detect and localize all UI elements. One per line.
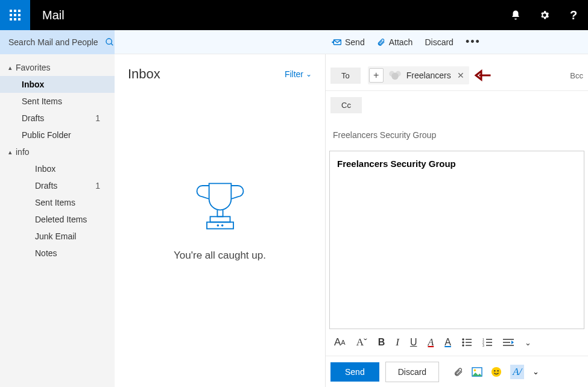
sidebar-favorite-drafts[interactable]: Drafts 1	[0, 110, 115, 127]
insert-emoji-button[interactable]	[491, 367, 502, 377]
svg-text:3: 3	[482, 344, 484, 347]
folder-title: Inbox	[128, 66, 160, 82]
group-avatar-icon	[387, 68, 403, 83]
to-button[interactable]: To	[330, 68, 361, 84]
formatting-toolbar: AA Aˇ B I U A A 123 ⌄	[326, 329, 588, 356]
svg-rect-12	[210, 216, 230, 222]
trophy-icon	[187, 172, 253, 239]
svg-rect-7	[14, 18, 16, 20]
svg-point-37	[494, 370, 495, 371]
help-button[interactable]: ?	[559, 0, 588, 30]
filter-button[interactable]: Filter ⌄	[285, 69, 312, 79]
svg-point-14	[217, 225, 218, 226]
compose-toolbar: Send Attach Discard •••	[326, 30, 588, 54]
italic-button[interactable]: I	[396, 336, 399, 348]
send-icon	[332, 38, 341, 46]
notifications-button[interactable]	[501, 0, 530, 30]
sidebar-folder-inbox[interactable]: Inbox	[0, 160, 115, 177]
attach-icon	[377, 37, 385, 47]
account-header[interactable]: ▴ info	[0, 143, 115, 160]
svg-rect-13	[207, 222, 233, 229]
sidebar-folder-deleted[interactable]: Deleted Items	[0, 211, 115, 228]
svg-point-21	[463, 342, 464, 343]
svg-rect-8	[18, 18, 21, 20]
chevron-down-icon: ⌄	[306, 70, 312, 78]
sidebar: ▴ Favorites Inbox Sent Items Drafts 1 Pu…	[0, 54, 115, 387]
svg-point-19	[463, 339, 464, 340]
search-input[interactable]: Search Mail and People	[0, 30, 115, 54]
svg-rect-5	[18, 14, 21, 16]
highlight-button[interactable]: A	[428, 337, 434, 348]
search-icon	[105, 37, 115, 47]
sidebar-folder-sent[interactable]: Sent Items	[0, 194, 115, 211]
svg-point-38	[498, 370, 499, 371]
chevron-up-icon: ▴	[8, 64, 12, 72]
empty-state: You're all caught up.	[128, 172, 312, 375]
bullet-list-button[interactable]	[462, 338, 472, 347]
sidebar-favorite-inbox[interactable]: Inbox	[0, 76, 115, 93]
compose-footer: Send Discard A/ ⌄	[326, 356, 588, 387]
svg-rect-0	[10, 10, 12, 12]
expand-group-button[interactable]: +	[369, 68, 384, 83]
remove-recipient-button[interactable]: ✕	[457, 71, 464, 80]
font-size-button[interactable]: AA	[334, 336, 346, 348]
more-actions-button[interactable]: •••	[466, 36, 481, 48]
subject-field[interactable]: Freelancers Security Group	[326, 119, 588, 151]
sidebar-folder-drafts[interactable]: Drafts 1	[0, 177, 115, 194]
decrease-indent-button[interactable]	[503, 338, 514, 347]
svg-line-10	[111, 43, 113, 45]
numbered-list-button[interactable]: 123	[482, 338, 492, 347]
sidebar-favorite-public[interactable]: Public Folder	[0, 127, 115, 143]
toolbar-discard-button[interactable]: Discard	[425, 37, 453, 47]
message-list-pane: Inbox Filter ⌄ You're all caught up.	[115, 54, 326, 387]
svg-rect-4	[14, 14, 16, 16]
sidebar-favorite-sent[interactable]: Sent Items	[0, 93, 115, 110]
more-formatting-button[interactable]: ⌄	[525, 338, 531, 347]
compose-pane: To + Freelancers ✕ Bcc Cc Freela	[326, 54, 588, 387]
annotation-arrow-icon	[474, 69, 491, 81]
top-bar: Mail ?	[0, 0, 588, 30]
recipient-chip[interactable]: + Freelancers ✕	[368, 66, 469, 84]
sidebar-folder-junk[interactable]: Junk Email	[0, 228, 115, 245]
svg-point-23	[463, 345, 464, 346]
bcc-button[interactable]: Bcc	[570, 71, 583, 80]
svg-point-18	[391, 72, 399, 80]
svg-rect-3	[10, 14, 12, 16]
svg-point-35	[474, 369, 476, 371]
toolbar-attach-button[interactable]: Attach	[377, 37, 413, 47]
discard-button[interactable]: Discard	[385, 362, 439, 382]
search-placeholder: Search Mail and People	[8, 37, 100, 47]
send-button[interactable]: Send	[330, 362, 379, 382]
message-body[interactable]: Freelancers Security Group	[329, 151, 584, 329]
svg-rect-2	[18, 10, 21, 12]
font-button[interactable]: Aˇ	[356, 336, 367, 348]
cc-button[interactable]: Cc	[330, 97, 362, 113]
font-color-button[interactable]: A	[444, 337, 451, 348]
svg-point-15	[221, 225, 223, 226]
svg-rect-1	[14, 10, 16, 12]
svg-rect-6	[10, 18, 12, 20]
app-title: Mail	[42, 8, 501, 22]
to-row: To + Freelancers ✕ Bcc	[326, 60, 588, 91]
insert-picture-button[interactable]	[472, 367, 482, 377]
svg-point-9	[106, 39, 112, 44]
favorites-header[interactable]: ▴ Favorites	[0, 59, 115, 76]
underline-button[interactable]: U	[410, 337, 417, 348]
settings-button[interactable]	[530, 0, 559, 30]
chevron-up-icon: ▴	[8, 148, 12, 156]
toolbar-send-button[interactable]: Send	[332, 37, 365, 47]
bold-button[interactable]: B	[378, 337, 385, 348]
app-launcher-button[interactable]	[0, 0, 30, 30]
attach-file-button[interactable]	[454, 367, 463, 377]
cc-row: Cc	[326, 91, 588, 119]
toggle-formatting-button[interactable]: A/	[510, 365, 524, 379]
svg-point-36	[492, 367, 501, 376]
sidebar-folder-notes[interactable]: Notes	[0, 245, 115, 262]
more-options-button[interactable]: ⌄	[533, 367, 539, 376]
